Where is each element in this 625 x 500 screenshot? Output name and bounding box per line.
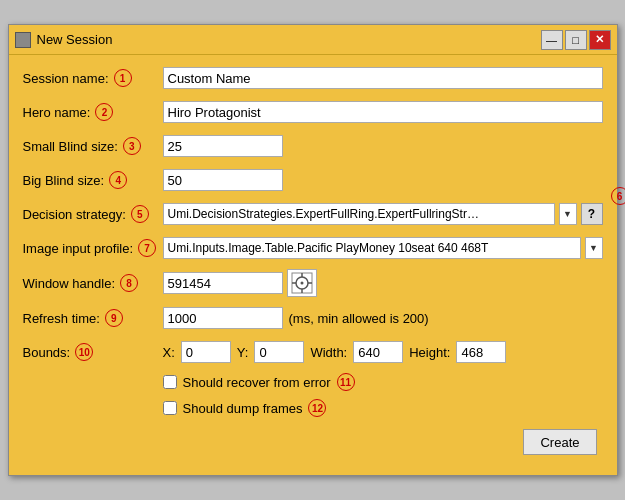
svg-point-2 [300,282,303,285]
decision-strategy-help-button[interactable]: ? [581,203,603,225]
image-input-select[interactable]: Umi.Inputs.Image.Table.Pacific PlayMoney… [163,237,581,259]
title-bar: New Session — □ ✕ [9,25,617,55]
dump-row: Should dump frames 12 [23,399,603,417]
image-input-select-wrap: Umi.Inputs.Image.Table.Pacific PlayMoney… [163,237,603,259]
bounds-y-label: Y: [237,345,249,360]
refresh-time-label: Refresh time: [23,311,100,326]
image-input-row: Image input profile: 7 Umi.Inputs.Image.… [23,235,603,261]
recover-text: Should recover from error [183,375,331,390]
bounds-label-cell: Bounds: 10 [23,343,163,361]
session-name-num: 1 [114,69,132,87]
image-input-num: 7 [138,239,156,257]
bottom-bar: Create [23,425,603,463]
hero-name-row: Hero name: 2 [23,99,603,125]
form-content: Session name: 1 Hero name: 2 Small Blind… [9,55,617,475]
big-blind-label-cell: Big Blind size: 4 [23,171,163,189]
image-input-label-cell: Image input profile: 7 [23,239,163,257]
decision-strategy-num6: 6 [611,187,626,205]
crosshair-icon [291,272,313,294]
maximize-button[interactable]: □ [565,30,587,50]
hero-name-num: 2 [95,103,113,121]
window-handle-label-cell: Window handle: 8 [23,274,163,292]
minimize-button[interactable]: — [541,30,563,50]
new-session-window: New Session — □ ✕ Session name: 1 Hero n… [8,24,618,476]
refresh-time-num: 9 [105,309,123,327]
dump-text: Should dump frames [183,401,303,416]
session-name-input[interactable] [163,67,603,89]
dump-checkbox[interactable] [163,401,177,415]
title-bar-controls: — □ ✕ [541,30,611,50]
recover-row: Should recover from error 11 [23,373,603,391]
window-handle-input[interactable] [163,272,283,294]
recover-checkbox[interactable] [163,375,177,389]
bounds-y-input[interactable] [254,341,304,363]
small-blind-row: Small Blind size: 3 [23,133,603,159]
close-button[interactable]: ✕ [589,30,611,50]
window-handle-label: Window handle: [23,276,116,291]
bounds-inputs: X: Y: Width: Height: [163,341,507,363]
window-handle-row: Window handle: 8 [23,269,603,297]
big-blind-input[interactable] [163,169,283,191]
decision-strategy-select[interactable]: Umi.DecisionStrategies.ExpertFullRing.Ex… [163,203,555,225]
image-input-label: Image input profile: [23,241,134,256]
bounds-row: Bounds: 10 X: Y: Width: Height: [23,339,603,365]
recover-num: 11 [337,373,355,391]
decision-strategy-row: Decision strategy: 5 Umi.DecisionStrateg… [23,201,603,227]
big-blind-label: Big Blind size: [23,173,105,188]
bounds-height-label: Height: [409,345,450,360]
bounds-x-label: X: [163,345,175,360]
small-blind-input[interactable] [163,135,283,157]
window-handle-num: 8 [120,274,138,292]
crosshair-button[interactable] [287,269,317,297]
bounds-width-label: Width: [310,345,347,360]
small-blind-num: 3 [123,137,141,155]
bounds-height-input[interactable] [456,341,506,363]
decision-strategy-num: 5 [131,205,149,223]
bounds-width-input[interactable] [353,341,403,363]
recover-label[interactable]: Should recover from error 11 [163,373,355,391]
big-blind-row: Big Blind size: 4 [23,167,603,193]
hero-name-input[interactable] [163,101,603,123]
hero-name-label: Hero name: [23,105,91,120]
dump-label[interactable]: Should dump frames 12 [163,399,327,417]
dump-num: 12 [308,399,326,417]
decision-strategy-label-cell: Decision strategy: 5 [23,205,163,223]
decision-strategy-arrow[interactable]: ▼ [559,203,577,225]
session-name-label-cell: Session name: 1 [23,69,163,87]
bounds-num: 10 [75,343,93,361]
small-blind-label-cell: Small Blind size: 3 [23,137,163,155]
image-input-arrow[interactable]: ▼ [585,237,603,259]
session-name-row: Session name: 1 [23,65,603,91]
bounds-x-input[interactable] [181,341,231,363]
decision-strategy-select-wrap: Umi.DecisionStrategies.ExpertFullRing.Ex… [163,203,603,225]
big-blind-num: 4 [109,171,127,189]
refresh-time-label-cell: Refresh time: 9 [23,309,163,327]
hero-name-label-cell: Hero name: 2 [23,103,163,121]
decision-strategy-label: Decision strategy: [23,207,126,222]
refresh-time-suffix: (ms, min allowed is 200) [289,311,429,326]
window-icon [15,32,31,48]
refresh-time-input[interactable] [163,307,283,329]
small-blind-label: Small Blind size: [23,139,118,154]
session-name-label: Session name: [23,71,109,86]
title-bar-left: New Session [15,32,113,48]
bounds-label: Bounds: [23,345,71,360]
create-button[interactable]: Create [523,429,596,455]
refresh-time-row: Refresh time: 9 (ms, min allowed is 200) [23,305,603,331]
window-title: New Session [37,32,113,47]
